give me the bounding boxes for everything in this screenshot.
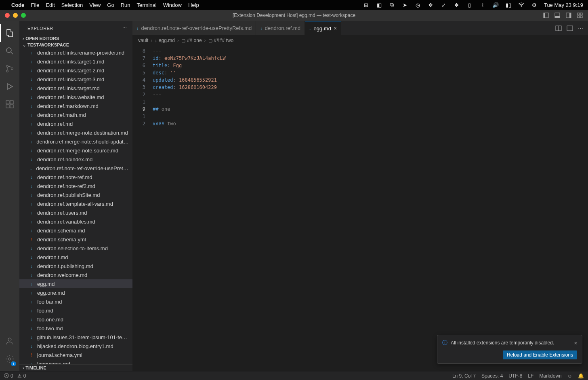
file-item[interactable]: ↓hijacked.dendron.blog.entry1.md <box>19 342 132 350</box>
file-item[interactable]: ↓dendron.ref.math.md <box>19 110 132 119</box>
tray-clock-icon[interactable]: ◷ <box>415 2 421 8</box>
tab-1[interactable]: ↓ dendron.ref.md <box>256 21 305 35</box>
tab-2[interactable]: ↓ egg.md × <box>305 21 341 35</box>
file-item[interactable]: ↓dendron.ref.publishSite.md <box>19 190 132 199</box>
file-item[interactable]: ↓dendron.ref.variables.md <box>19 217 132 226</box>
file-item[interactable]: !dendron.schema.yml <box>19 235 132 244</box>
file-item[interactable]: ↓dendron.ref.merge-note.should-update-1.… <box>19 137 132 146</box>
file-item[interactable]: ↓foo bar.md <box>19 297 132 306</box>
panel-toggle-bottom-icon[interactable] <box>554 12 561 19</box>
close-tab-icon[interactable]: × <box>334 25 337 32</box>
code-editor[interactable]: 8--- 7id: eoNz75Pw7KzJAL4ahfcLW 6title: … <box>132 46 588 371</box>
breadcrumb-item[interactable]: ## one <box>187 38 202 43</box>
tray-control-icon[interactable]: ⚙ <box>531 2 538 8</box>
status-eol[interactable]: LF <box>528 373 533 379</box>
panel-toggle-right-icon[interactable] <box>565 12 572 19</box>
menubar-clock[interactable]: Tue May 23 9:19 <box>544 2 583 8</box>
file-item[interactable]: ↓dendron.t.md <box>19 253 132 262</box>
tray-dropbox-icon[interactable]: ⧉ <box>389 2 395 8</box>
status-feedback-icon[interactable]: ☺ <box>567 373 572 379</box>
menu-help[interactable]: Help <box>188 2 199 8</box>
menu-terminal[interactable]: Terminal <box>137 2 157 8</box>
tray-bluetooth-icon[interactable]: ᛒ <box>479 2 486 8</box>
file-item[interactable]: ↓dendron.ref.merge-note.source.md <box>19 146 132 155</box>
tray-phone-icon[interactable]: ▯ <box>466 2 473 8</box>
file-item[interactable]: ↓foo.two.md <box>19 324 132 333</box>
file-item[interactable]: ↓dendron.selection-to-items.md <box>19 244 132 253</box>
menu-file[interactable]: File <box>31 2 40 8</box>
reload-extensions-button[interactable]: Reload and Enable Extensions <box>503 350 577 359</box>
timeline-header[interactable]: › TIMELINE <box>19 364 132 371</box>
menu-run[interactable]: Run <box>121 2 130 8</box>
activity-extensions[interactable] <box>0 95 19 113</box>
file-item[interactable]: ↓dendron.ref.template-all-vars.md <box>19 199 132 208</box>
menu-edit[interactable]: Edit <box>46 2 55 8</box>
layout-customize-icon[interactable] <box>577 12 583 19</box>
file-item[interactable]: ↓languages.md <box>19 359 132 364</box>
file-item[interactable]: ↓dendron.welcome.md <box>19 270 132 279</box>
tray-grid-icon[interactable]: ⊞ <box>363 2 370 8</box>
tray-gear-icon[interactable]: ✻ <box>454 2 460 8</box>
tray-sync-icon[interactable]: ✥ <box>428 2 434 8</box>
file-item[interactable]: ↓dendron.t.publishing.md <box>19 262 132 270</box>
file-item[interactable]: ↓dendron.ref.links.website.md <box>19 93 132 101</box>
tray-volume-icon[interactable]: 🔊 <box>492 2 499 8</box>
file-item[interactable]: ↓dendron.ref.links.target-1.md <box>19 57 132 66</box>
file-item[interactable]: ↓dendron.ref.links.rename-provider.md <box>19 48 132 57</box>
more-actions-icon[interactable]: ⋯ <box>578 25 584 31</box>
file-item[interactable]: ↓egg.one.md <box>19 288 132 297</box>
menu-window[interactable]: Window <box>163 2 182 8</box>
window-minimize-button[interactable] <box>13 13 18 18</box>
menu-go[interactable]: Go <box>107 2 114 8</box>
file-item[interactable]: ↓egg.md <box>19 279 132 288</box>
file-item[interactable]: ↓dendron.ref.users.md <box>19 208 132 217</box>
tab-0[interactable]: ↓ dendron.ref.note-ref-override-usePrett… <box>132 21 256 35</box>
window-close-button[interactable] <box>5 13 10 18</box>
split-editor-icon[interactable] <box>555 25 562 32</box>
file-item[interactable]: ↓dendron.ref.md <box>19 119 132 128</box>
activity-explorer[interactable] <box>0 24 19 42</box>
tray-expand-icon[interactable]: ⤢ <box>441 2 447 8</box>
file-item[interactable]: ↓dendron.schema.md <box>19 226 132 235</box>
status-warnings[interactable]: ⚠ 0 <box>17 373 26 379</box>
status-encoding[interactable]: UTF-8 <box>508 373 522 379</box>
file-item[interactable]: ↓dendron.ref.merge-note.destination.md <box>19 128 132 137</box>
tray-arrow-icon[interactable]: ➤ <box>402 2 408 8</box>
activity-accounts[interactable] <box>0 332 19 350</box>
open-editors-header[interactable]: › OPEN EDITORS <box>19 35 132 42</box>
file-item[interactable]: ↓dendron.ref.links.target-2.md <box>19 66 132 75</box>
file-item[interactable]: ↓dendron.ref.noindex.md <box>19 155 132 164</box>
app-name[interactable]: Code <box>11 2 25 8</box>
workspace-header[interactable]: ⌄ TEST-WORKSPACE <box>19 42 132 48</box>
window-maximize-button[interactable] <box>21 13 26 18</box>
close-notification-icon[interactable]: × <box>574 340 577 346</box>
panel-toggle-left-icon[interactable] <box>543 12 549 19</box>
breadcrumb-item[interactable]: vault <box>138 38 148 43</box>
breadcrumb-item[interactable]: #### two <box>214 38 234 43</box>
activity-source-control[interactable] <box>0 60 19 78</box>
activity-search[interactable] <box>0 42 19 60</box>
file-item[interactable]: ↓foo.md <box>19 306 132 315</box>
activity-debug[interactable] <box>0 78 19 95</box>
tray-battery-icon[interactable]: ▮▯ <box>505 2 512 8</box>
tray-box-icon[interactable]: ◧ <box>376 2 382 8</box>
breadcrumb[interactable]: vault › ↓ egg.md › ▢ ## one › ▢ #### two <box>132 35 588 46</box>
file-item[interactable]: ↓dendron.ref.markdown.md <box>19 101 132 110</box>
file-item[interactable]: ↓dendron.ref.note-ref.md <box>19 173 132 182</box>
file-item[interactable]: !journal.schema.yml <box>19 350 132 359</box>
file-item[interactable]: ↓dendron.ref.note-ref2.md <box>19 182 132 190</box>
run-code-icon[interactable] <box>567 25 573 32</box>
status-cursor[interactable]: Ln 9, Col 7 <box>452 373 476 379</box>
file-item[interactable]: ↓github.issues.31-lorem-ipsum-101-test.m… <box>19 333 132 342</box>
status-language[interactable]: Markdown <box>539 373 561 379</box>
status-bell-icon[interactable]: 🔔 <box>578 373 584 379</box>
status-errors[interactable]: ⓧ 0 <box>4 372 13 379</box>
file-item[interactable]: ↓dendron.ref.links.target.md <box>19 84 132 93</box>
menu-view[interactable]: View <box>89 2 101 8</box>
explorer-actions-icon[interactable]: ⋯ <box>122 25 128 31</box>
file-item[interactable]: ↓dendron.ref.note-ref-override-usePretty… <box>19 164 132 173</box>
tray-wifi-icon[interactable] <box>518 2 525 8</box>
breadcrumb-item[interactable]: egg.md <box>159 38 175 43</box>
file-item[interactable]: ↓foo.one.md <box>19 315 132 324</box>
file-item[interactable]: ↓dendron.ref.links.target-3.md <box>19 75 132 84</box>
